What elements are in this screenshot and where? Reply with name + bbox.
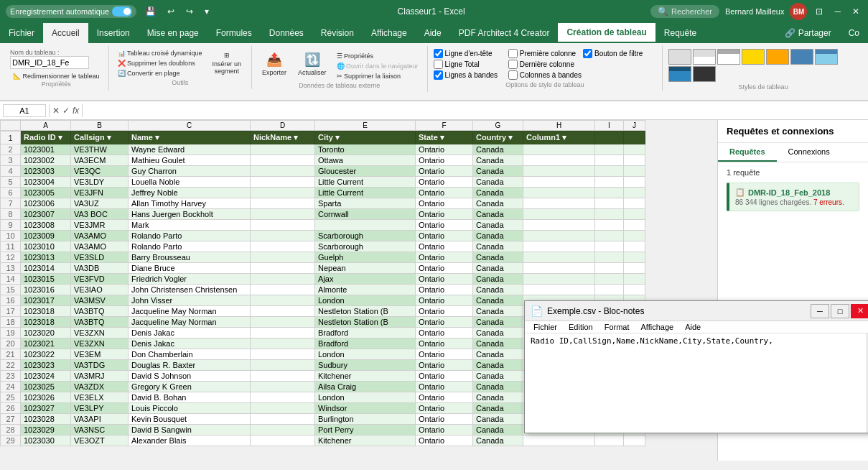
save-btn[interactable]: 💾: [142, 5, 159, 18]
cell-city[interactable]: Bradford: [315, 328, 416, 338]
cb-derniere-col[interactable]: [508, 60, 518, 69]
cell-city[interactable]: Burlington: [315, 414, 416, 425]
cell-callsign[interactable]: VE3OZT: [71, 436, 129, 446]
cell-city[interactable]: Little Current: [315, 177, 416, 188]
tab-mise-en-page[interactable]: Mise en page: [139, 23, 207, 43]
cell-country[interactable]: Canada: [473, 241, 523, 252]
cell-radio-id[interactable]: 1023025: [21, 382, 71, 392]
window-options-btn[interactable]: ⊡: [813, 5, 826, 18]
col-header-e[interactable]: E: [315, 121, 416, 131]
style-swatch-5[interactable]: [766, 49, 789, 65]
cell-country[interactable]: Canada: [473, 177, 523, 188]
cell-country[interactable]: Canada: [473, 144, 523, 155]
cell-city[interactable]: Nestleton Station (B: [315, 306, 416, 317]
cell-name[interactable]: Louis Piccolo: [129, 403, 251, 414]
notepad-close-btn[interactable]: ✕: [851, 304, 868, 318]
cell-city[interactable]: Cornwall: [315, 209, 416, 220]
co-btn[interactable]: Co: [840, 23, 868, 43]
col-header-j[interactable]: J: [624, 121, 645, 131]
checkbox-ligne-entete[interactable]: Ligne d'en-tête: [434, 49, 507, 58]
cell-radio-id[interactable]: 1023024: [21, 371, 71, 382]
cell-state[interactable]: Ontario: [416, 177, 473, 188]
cell-city[interactable]: Port Perry: [315, 425, 416, 436]
notepad-minimize-btn[interactable]: ─: [811, 304, 829, 318]
cell-nickname[interactable]: [251, 328, 315, 338]
col-header-d[interactable]: D: [251, 121, 315, 131]
cell-state[interactable]: Ontario: [416, 414, 473, 425]
cell-col1[interactable]: [523, 220, 595, 231]
cell-nickname[interactable]: [251, 252, 315, 263]
cell-country[interactable]: Canada: [473, 328, 523, 338]
cell-country[interactable]: Canada: [473, 252, 523, 263]
autosave-toggle[interactable]: Enregistrement automatique: [6, 5, 136, 18]
col-header-i[interactable]: I: [595, 121, 624, 131]
cell-city[interactable]: Sparta: [315, 198, 416, 209]
cell-name[interactable]: David S Johnson: [129, 371, 251, 382]
cell-name[interactable]: Louella Noble: [129, 177, 251, 188]
col-header-g[interactable]: G: [473, 121, 523, 131]
cell-state[interactable]: Ontario: [416, 317, 473, 328]
cell-name[interactable]: Kevin Bousquet: [129, 414, 251, 425]
cell-col1[interactable]: [523, 198, 595, 209]
tab-pdf[interactable]: PDF Architect 4 Creator: [450, 23, 559, 43]
cell-state[interactable]: Ontario: [416, 349, 473, 360]
cell-col1[interactable]: [523, 241, 595, 252]
cell-nickname[interactable]: [251, 306, 315, 317]
cell-city[interactable]: Ottawa: [315, 155, 416, 166]
cell-city[interactable]: Nepean: [315, 263, 416, 274]
cell-nickname[interactable]: [251, 414, 315, 425]
cell-col1[interactable]: [523, 155, 595, 166]
cell-col1[interactable]: [523, 436, 595, 446]
style-swatch-7[interactable]: [815, 49, 838, 65]
cell-country[interactable]: Canada: [473, 155, 523, 166]
cell-city[interactable]: London: [315, 349, 416, 360]
notepad-menu-format[interactable]: Format: [599, 321, 635, 333]
cell-callsign[interactable]: VA3ECM: [71, 155, 129, 166]
cb-ligne-entete[interactable]: [434, 49, 443, 58]
notepad-menu-edition[interactable]: Edition: [563, 321, 599, 333]
cell-country[interactable]: Canada: [473, 414, 523, 425]
cell-callsign[interactable]: VA3API: [71, 414, 129, 425]
cell-name[interactable]: Don Chamberlain: [129, 349, 251, 360]
exporter-btn[interactable]: 📤 Exporter: [258, 49, 291, 79]
col-header-h[interactable]: H: [523, 121, 595, 131]
cell-col1[interactable]: [523, 252, 595, 263]
cell-nickname[interactable]: [251, 317, 315, 328]
undo-btn[interactable]: ↩: [164, 5, 177, 18]
cell-state[interactable]: Ontario: [416, 231, 473, 241]
col-header-b[interactable]: B: [71, 121, 129, 131]
cell-name[interactable]: Mark: [129, 220, 251, 231]
redo-btn[interactable]: ↪: [183, 5, 196, 18]
close-btn[interactable]: ✕: [849, 5, 862, 18]
cell-state[interactable]: Ontario: [416, 241, 473, 252]
checkbox-premiere-col[interactable]: Première colonne: [508, 49, 582, 58]
cell-radio-id[interactable]: 1023007: [21, 209, 71, 220]
cell-col1[interactable]: [523, 263, 595, 274]
cell-nickname[interactable]: [251, 155, 315, 166]
col-header-f[interactable]: F: [416, 121, 473, 131]
tab-affichage[interactable]: Affichage: [363, 23, 416, 43]
cell-state[interactable]: Ontario: [416, 252, 473, 263]
cell-country[interactable]: Canada: [473, 317, 523, 328]
tab-donnees[interactable]: Données: [261, 23, 312, 43]
cell-nickname[interactable]: [251, 360, 315, 371]
cell-country[interactable]: Canada: [473, 306, 523, 317]
notepad-menu-aide[interactable]: Aide: [679, 321, 706, 333]
cell-radio-id[interactable]: 1023021: [21, 338, 71, 349]
cell-radio-id[interactable]: 1023018: [21, 317, 71, 328]
cell-city[interactable]: Ailsa Craig: [315, 382, 416, 392]
formula-input[interactable]: [85, 106, 865, 115]
cell-country[interactable]: Canada: [473, 263, 523, 274]
cell-state[interactable]: Ontario: [416, 155, 473, 166]
col-header-c[interactable]: C: [129, 121, 251, 131]
cell-col1[interactable]: [523, 231, 595, 241]
cell-callsign[interactable]: VA3MSV: [71, 295, 129, 306]
tab-accueil[interactable]: Accueil: [43, 23, 88, 43]
cell-state[interactable]: Ontario: [416, 295, 473, 306]
cell-city[interactable]: [315, 220, 416, 231]
cell-callsign[interactable]: VA3BTQ: [71, 317, 129, 328]
cell-callsign[interactable]: VE3ZXN: [71, 338, 129, 349]
cell-radio-id[interactable]: 1023013: [21, 252, 71, 263]
cell-nickname[interactable]: [251, 220, 315, 231]
cell-callsign[interactable]: VA3BTQ: [71, 306, 129, 317]
